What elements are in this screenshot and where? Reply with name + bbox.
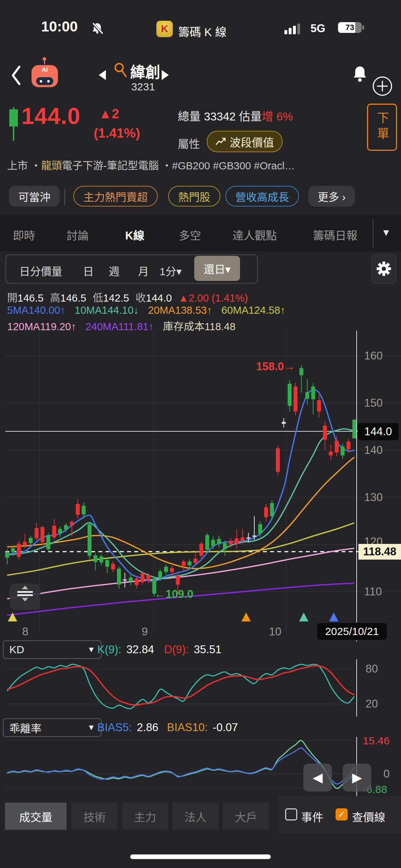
tab-kline[interactable]: K線 — [125, 227, 144, 243]
price-line-checkbox[interactable]: ✓ — [336, 808, 348, 820]
nav-volume[interactable]: 成交量 — [5, 803, 67, 830]
back-button[interactable] — [11, 65, 21, 86]
prev-stock-arrow[interactable] — [99, 70, 106, 80]
tab-discussion[interactable]: 討論 — [67, 227, 89, 243]
stock-code: 3231 — [107, 81, 179, 93]
candle-body — [264, 507, 268, 517]
period-day[interactable]: 日 — [83, 263, 94, 278]
signal-markers — [8, 612, 338, 621]
period-month[interactable]: 月 — [138, 263, 149, 278]
candle-body — [235, 539, 239, 544]
ohlc-change: ▲2.00 (1.41%) — [178, 292, 248, 304]
nav-main-force[interactable]: 主力 — [122, 803, 168, 830]
candle-body — [352, 420, 356, 438]
event-checkbox[interactable] — [285, 808, 297, 820]
period-week[interactable]: 週 — [109, 263, 119, 278]
tag-day-trade[interactable]: 可當沖 — [9, 186, 60, 207]
tag-main-force[interactable]: 主力熱門賣超 — [73, 186, 158, 207]
candle-body — [123, 579, 127, 580]
order-button[interactable]: 下單 — [367, 104, 397, 151]
indicator-dropdown-kd[interactable]: KD ▼ — [3, 640, 102, 659]
kd-dropdown-label: KD — [9, 644, 24, 656]
tag-more-button[interactable]: 更多 › — [308, 186, 355, 207]
signal-triangle — [329, 612, 338, 621]
grid — [5, 331, 401, 633]
bias-zero-label: 0 — [383, 768, 390, 780]
ytick-130: 130 — [364, 491, 383, 504]
candle-body — [52, 526, 56, 537]
chevron-down-icon: ▼ — [87, 645, 95, 654]
tag-hot-stock[interactable]: 熱門股 — [168, 186, 220, 207]
tab-chip-daily[interactable]: 籌碼日報 — [313, 227, 370, 243]
period-day-volume[interactable]: 日分價量 — [19, 263, 62, 278]
candle-body — [170, 568, 174, 572]
hashtags[interactable]: #GB200 #GB300 #Oracl… — [172, 160, 295, 172]
nav-institutional[interactable]: 法人 — [172, 803, 219, 830]
candle-body — [35, 528, 39, 539]
bias5-value: 2.86 — [137, 721, 158, 734]
price-change: ▲2 — [99, 106, 119, 121]
chart-settings-button[interactable] — [371, 254, 396, 284]
candle-body — [146, 575, 150, 581]
candle-body — [164, 567, 168, 572]
candle-body — [40, 527, 44, 542]
candle-body — [47, 535, 50, 549]
attr-badge[interactable]: 波段價值 — [207, 131, 283, 152]
candle-body — [182, 561, 186, 566]
nav-technical[interactable]: 技術 — [72, 803, 118, 830]
ma60-readout: 60MA124.58↑ — [221, 304, 285, 316]
tab-long-short[interactable]: 多空 — [179, 227, 201, 243]
app-icon: K — [156, 21, 173, 37]
ytick-160: 160 — [364, 349, 383, 362]
chart-scale-handle[interactable] — [10, 584, 40, 610]
tab-dropdown-icon[interactable]: ▼ — [381, 227, 391, 238]
tag-revenue-growth[interactable]: 營收高成長 — [225, 186, 299, 207]
home-indicator[interactable] — [130, 854, 271, 859]
candle-body — [194, 559, 197, 563]
xtick-sep: 9 — [142, 625, 148, 638]
scroll-left-button[interactable]: ◀ — [303, 764, 332, 792]
next-stock-arrow[interactable] — [162, 70, 169, 80]
period-1min-dropdown[interactable]: 1分▾ — [160, 263, 182, 278]
signal-triangle — [241, 612, 251, 621]
stock-name[interactable]: 緯創 — [130, 60, 160, 82]
trend-chart-icon — [215, 137, 226, 146]
candle-body — [82, 506, 85, 515]
add-watchlist-button[interactable] — [373, 76, 392, 96]
period-restore-selected[interactable]: 還日▾ — [194, 256, 240, 281]
attr-label: 屬性 — [178, 135, 200, 151]
ma10-readout: 10MA144.10↓ — [75, 304, 139, 316]
volume-label: 總量 — [178, 110, 204, 123]
notification-bell-icon[interactable] — [351, 65, 368, 84]
price-change-pct: (1.41%) — [94, 126, 140, 141]
volume-value: 33342 — [204, 110, 236, 123]
search-icon[interactable] — [113, 61, 128, 79]
xtick-aug: 8 — [22, 625, 28, 638]
candle-body — [141, 573, 145, 582]
candles — [5, 365, 357, 596]
kd-chart[interactable] — [0, 659, 401, 716]
crosshair-date-badge: 2025/10/21 — [317, 623, 387, 640]
nav-major-holders[interactable]: 大戶 — [223, 803, 269, 830]
kd-values: K(9): 32.84 D(9): 35.51 — [97, 643, 221, 656]
tab-realtime[interactable]: 即時 — [13, 227, 35, 243]
scroll-right-button[interactable]: ▶ — [343, 764, 371, 792]
candle-body — [323, 426, 327, 440]
mute-bell-icon — [90, 21, 104, 36]
tab-expert-view[interactable]: 達人觀點 — [233, 227, 277, 243]
bias10-line — [7, 740, 354, 788]
price-candle-icon — [8, 106, 19, 142]
ytick-140: 140 — [364, 444, 383, 457]
status-bar-time: 10:00 — [41, 19, 78, 35]
candle-body — [258, 524, 262, 534]
k-value: 32.84 — [126, 643, 154, 656]
candlestick-chart[interactable] — [0, 331, 401, 641]
candle-body — [17, 544, 21, 557]
ma-line-10MA — [7, 429, 354, 579]
candle-body — [288, 384, 292, 406]
ma-readout-row1: 5MA140.00↑10MA144.10↓20MA138.53↑60MA124.… — [7, 304, 295, 316]
candle-body — [76, 504, 80, 515]
ohlc-readout: 開146.5高146.5低142.5收144.0▲2.00 (1.41%) — [7, 289, 248, 304]
indicator-dropdown-bias[interactable]: 乖離率 ▼ — [3, 718, 102, 737]
ai-assistant-icon[interactable]: AI — [31, 65, 58, 87]
